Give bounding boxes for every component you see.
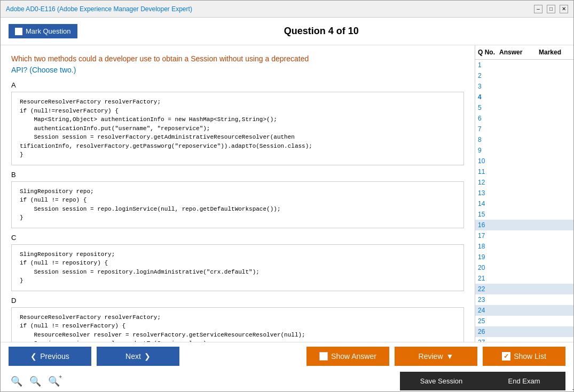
option-c-label: C xyxy=(11,234,464,242)
footer-row1: ❮ Previous Next ❯ Show Answer Review ▼ ✓… xyxy=(1,342,573,370)
q-number: 10 xyxy=(478,157,499,165)
list-item[interactable]: 14 xyxy=(475,198,573,209)
q-answer xyxy=(499,179,539,186)
previous-label: Previous xyxy=(40,352,69,361)
list-item[interactable]: 1 xyxy=(475,60,573,70)
list-item[interactable]: 2 xyxy=(475,70,573,81)
q-answer xyxy=(499,243,539,250)
list-item[interactable]: 23 xyxy=(475,294,573,305)
q-marked xyxy=(539,125,571,133)
zoom-in-button[interactable]: 🔍+ xyxy=(46,374,62,388)
list-item[interactable]: 26 xyxy=(475,326,573,337)
maximize-button[interactable]: □ xyxy=(547,5,555,13)
list-item[interactable]: 17 xyxy=(475,230,573,241)
option-c-container: C SlingRepository repository; if (null !… xyxy=(11,234,464,291)
q-answer xyxy=(499,157,539,165)
list-item[interactable]: 7 xyxy=(475,124,573,134)
q-number: 14 xyxy=(478,200,499,207)
show-list-button[interactable]: ✓ Show List xyxy=(483,347,565,366)
option-d-code[interactable]: ResourceResolverFactory resolverFactory;… xyxy=(11,307,464,342)
q-answer xyxy=(499,307,539,314)
save-session-label: Save Session xyxy=(420,377,463,385)
review-button[interactable]: Review ▼ xyxy=(395,347,477,366)
q-number: 24 xyxy=(478,307,499,314)
zoom-out-button[interactable]: 🔍- xyxy=(9,374,25,388)
q-answer xyxy=(499,211,539,218)
option-a-container: A ResourceResolverFactory resolverFactor… xyxy=(11,81,464,165)
option-b-code[interactable]: SlingRepository repo; if (null != repo) … xyxy=(11,181,464,228)
window-controls: – □ ✕ xyxy=(534,5,568,13)
q-number: 13 xyxy=(478,189,499,197)
list-item[interactable]: 15 xyxy=(475,209,573,220)
col-answer: Answer xyxy=(499,49,539,56)
q-marked xyxy=(539,317,571,325)
right-panel: Q No. Answer Marked 1 2 3 4 5 6 xyxy=(475,45,573,342)
list-item[interactable]: 3 xyxy=(475,81,573,92)
list-item[interactable]: 11 xyxy=(475,166,573,177)
list-item[interactable]: 13 xyxy=(475,188,573,198)
list-item[interactable]: 19 xyxy=(475,252,573,262)
list-item[interactable]: 25 xyxy=(475,316,573,326)
save-session-button[interactable]: Save Session xyxy=(400,372,483,390)
q-number: 12 xyxy=(478,179,499,186)
list-item[interactable]: 16 xyxy=(475,220,573,230)
next-arrow-icon: ❯ xyxy=(144,352,151,361)
q-marked xyxy=(539,307,571,314)
q-number: 2 xyxy=(478,72,499,79)
q-answer xyxy=(499,168,539,175)
q-answer xyxy=(499,264,539,271)
prev-arrow-icon: ❮ xyxy=(30,352,37,361)
next-label: Next xyxy=(125,352,141,361)
list-item[interactable]: 18 xyxy=(475,241,573,252)
option-b-container: B SlingRepository repo; if (null != repo… xyxy=(11,171,464,228)
q-answer xyxy=(499,221,539,229)
list-item[interactable]: 6 xyxy=(475,113,573,124)
header: Mark Question Question 4 of 10 xyxy=(1,18,573,45)
q-answer xyxy=(499,275,539,282)
q-number: 6 xyxy=(478,115,499,122)
q-number: 18 xyxy=(478,243,499,250)
minimize-button[interactable]: – xyxy=(534,5,542,13)
q-answer xyxy=(499,189,539,197)
q-marked xyxy=(539,189,571,197)
list-item[interactable]: 8 xyxy=(475,134,573,145)
zoom-reset-button[interactable]: 🔍 xyxy=(27,374,43,388)
show-answer-button[interactable]: Show Answer xyxy=(306,347,389,366)
footer-row2: 🔍- 🔍 🔍+ Save Session End Exam xyxy=(1,370,573,391)
list-item[interactable]: 21 xyxy=(475,273,573,284)
list-item[interactable]: 9 xyxy=(475,145,573,156)
option-a-code[interactable]: ResourceResolverFactory resolverFactory;… xyxy=(11,92,464,165)
q-answer xyxy=(499,296,539,303)
zoom-controls: 🔍- 🔍 🔍+ xyxy=(9,374,62,388)
mark-question-button[interactable]: Mark Question xyxy=(9,24,77,38)
list-item[interactable]: 22 xyxy=(475,284,573,294)
q-number: 16 xyxy=(478,221,499,229)
previous-button[interactable]: ❮ Previous xyxy=(9,347,91,366)
panel-header: Q No. Answer Marked xyxy=(475,45,573,60)
q-number: 21 xyxy=(478,275,499,282)
list-item[interactable]: 10 xyxy=(475,156,573,166)
q-number: 5 xyxy=(478,104,499,111)
list-item[interactable]: 27 xyxy=(475,337,573,342)
next-button[interactable]: Next ❯ xyxy=(97,347,179,366)
close-button[interactable]: ✕ xyxy=(560,5,568,13)
show-list-icon: ✓ xyxy=(502,352,510,361)
list-item[interactable]: 5 xyxy=(475,102,573,113)
list-item[interactable]: 20 xyxy=(475,262,573,273)
q-answer xyxy=(499,232,539,239)
end-exam-button[interactable]: End Exam xyxy=(483,372,565,390)
main-content: Which two methods could a developer use … xyxy=(1,45,573,342)
review-label: Review xyxy=(419,352,443,361)
list-item[interactable]: 4 xyxy=(475,92,573,102)
title-bar: Adobe AD0-E116 (Adobe Experience Manager… xyxy=(1,1,573,18)
list-item[interactable]: 12 xyxy=(475,177,573,188)
option-c-code[interactable]: SlingRepository repository; if (null != … xyxy=(11,244,464,291)
q-marked xyxy=(539,104,571,111)
q-marked xyxy=(539,200,571,207)
q-number: 17 xyxy=(478,232,499,239)
q-answer xyxy=(499,136,539,143)
q-marked xyxy=(539,83,571,90)
q-marked xyxy=(539,243,571,250)
list-item[interactable]: 24 xyxy=(475,305,573,316)
q-marked xyxy=(539,285,571,293)
